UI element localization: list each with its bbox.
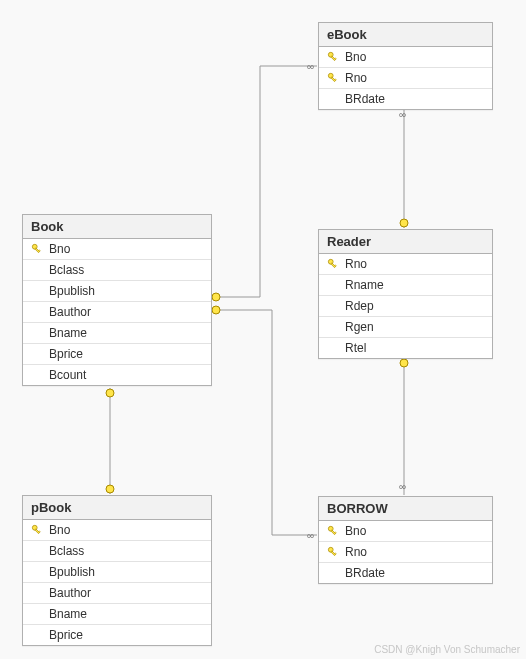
column-row[interactable]: Bname <box>23 323 211 344</box>
column-name: Rdep <box>341 299 374 313</box>
watermark-text: CSDN @Knigh Von Schumacher <box>374 644 520 655</box>
column-row[interactable]: Bclass <box>23 260 211 281</box>
svg-point-0 <box>212 293 220 301</box>
column-name: Bpublish <box>45 284 95 298</box>
column-name: Bno <box>45 523 70 537</box>
column-row[interactable]: Bname <box>23 604 211 625</box>
column-name: Bno <box>45 242 70 256</box>
svg-point-6 <box>400 219 408 227</box>
svg-point-8 <box>400 359 408 367</box>
entity-title: Reader <box>319 230 492 254</box>
key-icon <box>325 51 341 63</box>
key-icon <box>325 525 341 537</box>
column-name: BRdate <box>341 92 385 106</box>
column-row[interactable]: Rno <box>319 542 492 563</box>
relation-reader-ebook: ∞ <box>399 105 408 228</box>
entity-pbook[interactable]: pBook BnoBclassBpublishBauthorBnameBpric… <box>22 495 212 646</box>
entity-columns: BnoRnoBRdate <box>319 47 492 109</box>
entity-book[interactable]: Book BnoBclassBpublishBauthorBnameBprice… <box>22 214 212 386</box>
column-name: Rno <box>341 545 367 559</box>
svg-point-5 <box>106 485 114 493</box>
column-row[interactable]: Bpublish <box>23 281 211 302</box>
column-row[interactable]: Bauthor <box>23 302 211 323</box>
key-icon <box>325 546 341 558</box>
entity-title: Book <box>23 215 211 239</box>
svg-text:∞: ∞ <box>399 481 406 492</box>
column-row[interactable]: Rno <box>319 254 492 275</box>
relation-book-borrow: ∞ <box>211 306 317 541</box>
column-row[interactable]: Bno <box>319 521 492 542</box>
column-name: Bauthor <box>45 305 91 319</box>
svg-text:∞: ∞ <box>307 530 314 541</box>
column-row[interactable]: Rdep <box>319 296 492 317</box>
column-name: BRdate <box>341 566 385 580</box>
column-row[interactable]: Bprice <box>23 625 211 645</box>
column-name: Bname <box>45 607 87 621</box>
entity-reader[interactable]: Reader RnoRnameRdepRgenRtel <box>318 229 493 359</box>
entity-columns: BnoBclassBpublishBauthorBnameBpriceBcoun… <box>23 239 211 385</box>
svg-point-2 <box>212 306 220 314</box>
relation-book-pbook <box>106 388 114 494</box>
key-icon <box>325 72 341 84</box>
svg-text:∞: ∞ <box>307 61 314 72</box>
column-name: Bpublish <box>45 565 95 579</box>
column-row[interactable]: Bno <box>23 520 211 541</box>
entity-columns: BnoBclassBpublishBauthorBnameBprice <box>23 520 211 645</box>
key-icon <box>29 524 45 536</box>
column-name: Rtel <box>341 341 366 355</box>
column-name: Rno <box>341 71 367 85</box>
column-row[interactable]: Bauthor <box>23 583 211 604</box>
column-row[interactable]: Bpublish <box>23 562 211 583</box>
column-name: Bno <box>341 524 366 538</box>
entity-title: eBook <box>319 23 492 47</box>
column-name: Bcount <box>45 368 86 382</box>
relation-book-ebook: ∞ <box>211 61 317 301</box>
column-row[interactable]: Bclass <box>23 541 211 562</box>
column-row[interactable]: Rtel <box>319 338 492 358</box>
er-diagram-canvas: ∞ ∞ ∞ ∞ eBook BnoRnoBRdate <box>0 0 526 659</box>
key-icon <box>29 243 45 255</box>
column-row[interactable]: Bcount <box>23 365 211 385</box>
column-row[interactable]: BRdate <box>319 89 492 109</box>
entity-columns: RnoRnameRdepRgenRtel <box>319 254 492 358</box>
svg-point-4 <box>106 389 114 397</box>
column-name: Bno <box>341 50 366 64</box>
column-row[interactable]: Rname <box>319 275 492 296</box>
column-name: Bclass <box>45 544 84 558</box>
column-name: Bname <box>45 326 87 340</box>
entity-title: pBook <box>23 496 211 520</box>
column-row[interactable]: Bno <box>23 239 211 260</box>
column-row[interactable]: Bno <box>319 47 492 68</box>
entity-borrow[interactable]: BORROW BnoRnoBRdate <box>318 496 493 584</box>
column-name: Rname <box>341 278 384 292</box>
column-row[interactable]: BRdate <box>319 563 492 583</box>
column-name: Rgen <box>341 320 374 334</box>
column-name: Bauthor <box>45 586 91 600</box>
column-name: Bprice <box>45 628 83 642</box>
entity-ebook[interactable]: eBook BnoRnoBRdate <box>318 22 493 110</box>
column-row[interactable]: Bprice <box>23 344 211 365</box>
relation-reader-borrow: ∞ <box>399 358 408 495</box>
column-name: Rno <box>341 257 367 271</box>
column-name: Bprice <box>45 347 83 361</box>
entity-columns: BnoRnoBRdate <box>319 521 492 583</box>
entity-title: BORROW <box>319 497 492 521</box>
column-row[interactable]: Rgen <box>319 317 492 338</box>
column-name: Bclass <box>45 263 84 277</box>
column-row[interactable]: Rno <box>319 68 492 89</box>
key-icon <box>325 258 341 270</box>
svg-text:∞: ∞ <box>399 109 406 120</box>
